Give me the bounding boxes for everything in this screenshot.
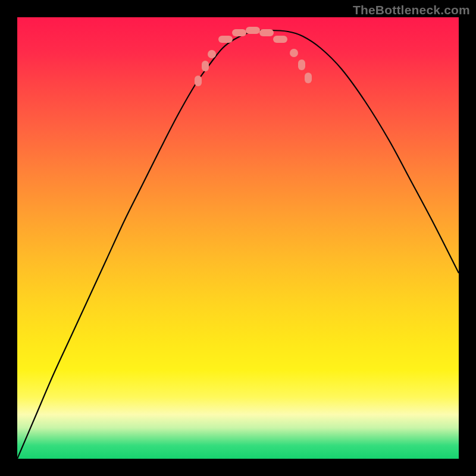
watermark-text: TheBottleneck.com	[353, 3, 470, 17]
chart-plot-area	[17, 17, 459, 459]
bottleneck-curve	[17, 30, 459, 459]
highlight-marker	[305, 73, 312, 83]
highlight-marker	[298, 60, 305, 70]
highlight-marker	[208, 50, 216, 58]
highlight-marker	[232, 29, 246, 36]
highlight-marker	[202, 61, 209, 71]
highlight-marker	[246, 27, 260, 34]
highlight-marker	[290, 49, 298, 57]
highlight-marker	[218, 36, 233, 43]
highlight-marker	[259, 29, 274, 36]
highlight-marker	[195, 76, 202, 86]
chart-svg	[17, 17, 459, 459]
highlight-marker	[273, 36, 287, 43]
marker-group	[195, 27, 312, 86]
